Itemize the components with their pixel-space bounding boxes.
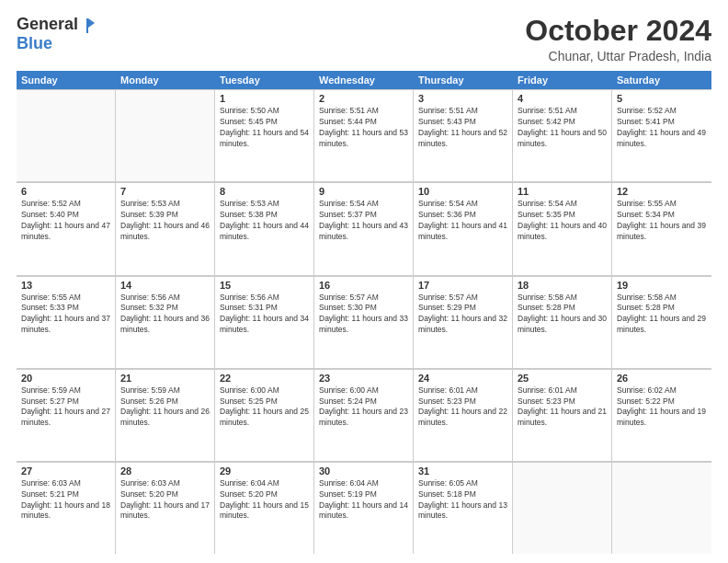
day-header-tuesday: Tuesday [215, 71, 314, 89]
day-number: 20 [21, 373, 110, 384]
day-number: 28 [120, 465, 210, 477]
calendar-cell [513, 462, 612, 554]
day-number: 7 [120, 186, 210, 197]
calendar-cell: 3Sunrise: 5:51 AMSunset: 5:43 PMDaylight… [414, 89, 513, 181]
calendar-cell: 22Sunrise: 6:00 AMSunset: 5:25 PMDayligh… [215, 369, 314, 461]
calendar-cell: 31Sunrise: 6:05 AMSunset: 5:18 PMDayligh… [414, 462, 513, 554]
sunset-text: Sunset: 5:41 PM [617, 117, 707, 128]
calendar-cell: 16Sunrise: 5:57 AMSunset: 5:30 PMDayligh… [314, 276, 414, 368]
sunset-text: Sunset: 5:36 PM [418, 210, 507, 221]
calendar-cell: 24Sunrise: 6:01 AMSunset: 5:23 PMDayligh… [414, 369, 513, 461]
day-number: 18 [518, 280, 607, 291]
header: General Blue October 2024 Chunar, Uttar … [17, 15, 711, 63]
day-header-thursday: Thursday [414, 71, 513, 89]
sunrise-text: Sunrise: 5:51 AM [518, 106, 607, 117]
calendar-row-4: 27Sunrise: 6:03 AMSunset: 5:21 PMDayligh… [17, 462, 711, 554]
calendar-cell: 5Sunrise: 5:52 AMSunset: 5:41 PMDaylight… [612, 89, 711, 181]
daylight-text: Daylight: 11 hours and 52 minutes. [418, 128, 507, 150]
calendar-cell: 13Sunrise: 5:55 AMSunset: 5:33 PMDayligh… [17, 276, 116, 368]
daylight-text: Daylight: 11 hours and 15 minutes. [220, 500, 309, 523]
daylight-text: Daylight: 11 hours and 26 minutes. [120, 407, 210, 429]
sunset-text: Sunset: 5:29 PM [418, 303, 507, 314]
sunset-text: Sunset: 5:45 PM [220, 117, 309, 128]
calendar-cell: 29Sunrise: 6:04 AMSunset: 5:20 PMDayligh… [215, 462, 314, 554]
day-number: 12 [617, 186, 707, 197]
logo-area: General Blue [17, 15, 97, 53]
calendar-cell: 21Sunrise: 5:59 AMSunset: 5:26 PMDayligh… [116, 369, 215, 461]
calendar-body: 1Sunrise: 5:50 AMSunset: 5:45 PMDaylight… [17, 89, 711, 554]
sunrise-text: Sunrise: 6:00 AM [319, 385, 408, 396]
daylight-text: Daylight: 11 hours and 30 minutes. [518, 314, 607, 336]
calendar-cell: 2Sunrise: 5:51 AMSunset: 5:44 PMDaylight… [314, 89, 414, 181]
sunset-text: Sunset: 5:40 PM [21, 210, 110, 221]
calendar-cell: 15Sunrise: 5:56 AMSunset: 5:31 PMDayligh… [215, 276, 314, 368]
sunrise-text: Sunrise: 5:53 AM [120, 199, 210, 210]
sunset-text: Sunset: 5:23 PM [418, 396, 507, 408]
sunrise-text: Sunrise: 6:03 AM [21, 478, 110, 489]
sunset-text: Sunset: 5:25 PM [220, 396, 309, 408]
daylight-text: Daylight: 11 hours and 44 minutes. [220, 221, 309, 243]
sunset-text: Sunset: 5:33 PM [21, 303, 110, 314]
daylight-text: Daylight: 11 hours and 49 minutes. [617, 128, 707, 150]
daylight-text: Daylight: 11 hours and 53 minutes. [319, 128, 408, 150]
day-number: 13 [21, 280, 110, 291]
day-number: 6 [21, 186, 110, 197]
sunset-text: Sunset: 5:32 PM [120, 303, 210, 314]
daylight-text: Daylight: 11 hours and 40 minutes. [518, 221, 607, 243]
sunrise-text: Sunrise: 5:56 AM [120, 293, 210, 304]
calendar-cell: 9Sunrise: 5:54 AMSunset: 5:37 PMDaylight… [314, 182, 414, 274]
calendar-cell: 14Sunrise: 5:56 AMSunset: 5:32 PMDayligh… [116, 276, 215, 368]
sunset-text: Sunset: 5:26 PM [120, 396, 210, 408]
logo-blue: Blue [17, 34, 52, 53]
sunrise-text: Sunrise: 6:04 AM [319, 478, 408, 489]
sunrise-text: Sunrise: 5:55 AM [617, 199, 707, 210]
daylight-text: Daylight: 11 hours and 13 minutes. [418, 500, 507, 523]
day-number: 27 [21, 465, 110, 477]
calendar-cell: 28Sunrise: 6:03 AMSunset: 5:20 PMDayligh… [116, 462, 215, 554]
calendar-cell: 26Sunrise: 6:02 AMSunset: 5:22 PMDayligh… [612, 369, 711, 461]
calendar-cell: 19Sunrise: 5:58 AMSunset: 5:28 PMDayligh… [612, 276, 711, 368]
day-number: 22 [220, 373, 309, 384]
calendar-cell: 25Sunrise: 6:01 AMSunset: 5:23 PMDayligh… [513, 369, 612, 461]
sunset-text: Sunset: 5:28 PM [518, 303, 607, 314]
month-title: October 2024 [525, 15, 711, 47]
daylight-text: Daylight: 11 hours and 22 minutes. [418, 407, 507, 429]
day-number: 9 [319, 186, 408, 197]
day-number: 3 [418, 93, 507, 104]
daylight-text: Daylight: 11 hours and 18 minutes. [21, 500, 110, 523]
sunrise-text: Sunrise: 5:54 AM [418, 199, 507, 210]
sunset-text: Sunset: 5:34 PM [617, 210, 707, 221]
sunrise-text: Sunrise: 5:54 AM [518, 199, 607, 210]
logo-general: General [17, 15, 78, 34]
day-number: 16 [319, 280, 408, 291]
sunrise-text: Sunrise: 5:51 AM [319, 106, 408, 117]
sunrise-text: Sunrise: 5:52 AM [617, 106, 707, 117]
calendar-row-3: 20Sunrise: 5:59 AMSunset: 5:27 PMDayligh… [17, 369, 711, 462]
sunrise-text: Sunrise: 6:03 AM [120, 478, 210, 489]
day-number: 8 [220, 186, 309, 197]
calendar-cell: 12Sunrise: 5:55 AMSunset: 5:34 PMDayligh… [612, 182, 711, 274]
day-header-friday: Friday [513, 71, 612, 89]
sunrise-text: Sunrise: 5:58 AM [617, 293, 707, 304]
sunrise-text: Sunrise: 5:57 AM [418, 293, 507, 304]
logo-flag-icon [80, 17, 97, 33]
daylight-text: Daylight: 11 hours and 17 minutes. [120, 500, 210, 523]
day-number: 2 [319, 93, 408, 104]
day-number: 29 [220, 465, 309, 477]
sunrise-text: Sunrise: 5:52 AM [21, 199, 110, 210]
day-number: 30 [319, 465, 408, 477]
daylight-text: Daylight: 11 hours and 37 minutes. [21, 314, 110, 336]
day-header-sunday: Sunday [17, 71, 116, 89]
sunrise-text: Sunrise: 5:53 AM [220, 199, 309, 210]
sunrise-text: Sunrise: 5:54 AM [319, 199, 408, 210]
calendar-cell: 10Sunrise: 5:54 AMSunset: 5:36 PMDayligh… [414, 182, 513, 274]
calendar-cell [612, 462, 711, 554]
sunrise-text: Sunrise: 6:01 AM [418, 385, 507, 396]
daylight-text: Daylight: 11 hours and 46 minutes. [120, 221, 210, 243]
logo-text: General [17, 15, 97, 34]
day-number: 31 [418, 465, 507, 477]
day-number: 26 [617, 373, 707, 384]
sunrise-text: Sunrise: 6:01 AM [518, 385, 607, 396]
sunset-text: Sunset: 5:35 PM [518, 210, 607, 221]
calendar-cell: 4Sunrise: 5:51 AMSunset: 5:42 PMDaylight… [513, 89, 612, 181]
